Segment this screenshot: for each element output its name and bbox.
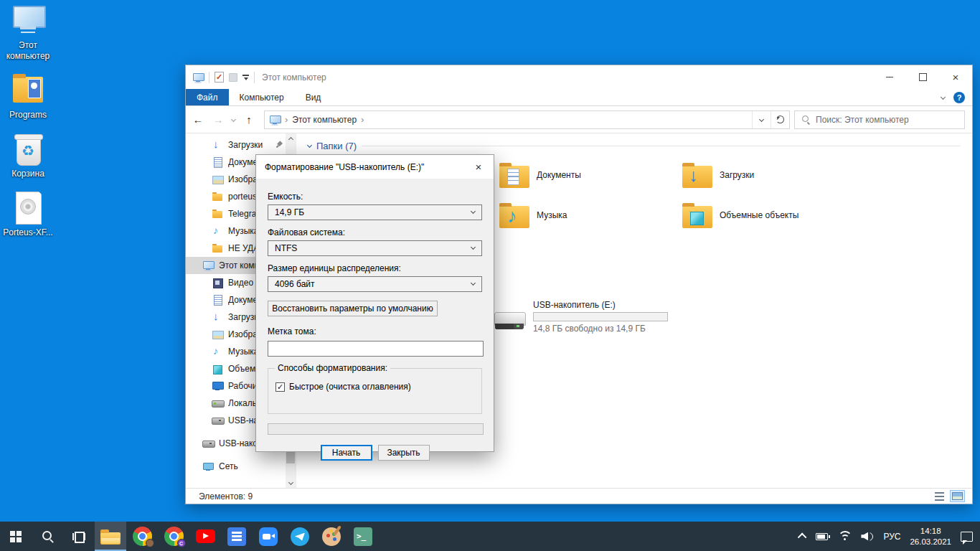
tab-компьютер[interactable]: Компьютер (229, 89, 295, 105)
maximize-button[interactable] (906, 65, 939, 89)
format-options-legend: Способы форматирования: (275, 363, 390, 373)
large-icons-view-icon (952, 492, 963, 500)
scroll-up-icon[interactable] (286, 133, 296, 145)
taskbar-paint-button[interactable] (316, 522, 347, 551)
task-view-icon (72, 532, 85, 542)
folder-icon (682, 202, 712, 228)
tray-clock[interactable]: 14:18 26.03.2021 (910, 526, 951, 547)
desktop-icon-folder[interactable]: Programs (0, 74, 56, 121)
dialog-close-button[interactable]: × (463, 155, 494, 179)
music-overlay-icon (507, 205, 517, 227)
file-system-label: Файловая система: (268, 227, 482, 237)
tree-item-label: Музыка (228, 226, 258, 236)
folder-tile[interactable]: Документы (499, 156, 679, 194)
computer-icon (11, 4, 45, 37)
format-progress-bar (268, 423, 484, 435)
folder-tile-label: Объемные объекты (720, 210, 798, 220)
taskbar-file-explorer-button[interactable] (95, 522, 126, 551)
folder-tile[interactable]: Загрузки (682, 156, 862, 194)
profile-avatar-badge (146, 539, 154, 547)
properties-icon[interactable] (215, 72, 224, 83)
tree-item-downloads[interactable]: Загрузки (186, 136, 286, 154)
tray-wifi-icon[interactable] (837, 531, 852, 542)
quick-format-label: Быстрое (очистка оглавления) (289, 382, 411, 392)
taskbar-terminal-button[interactable] (347, 522, 379, 551)
usb-capacity-bar (533, 312, 668, 321)
quick-format-option[interactable]: ✓ Быстрое (очистка оглавления) (275, 382, 474, 392)
large-icons-view-button[interactable] (950, 490, 965, 502)
volume-label-label: Метка тома: (268, 326, 482, 336)
back-button[interactable]: ← (190, 113, 206, 126)
volume-label-input[interactable] (268, 341, 484, 357)
recycle-symbol-icon: ♻ (17, 137, 39, 164)
restore-defaults-button[interactable]: Восстановить параметры по умолчанию (268, 301, 438, 316)
desktop-icon-label: Porteus-XF... (3, 227, 52, 238)
start-button[interactable]: Начать (321, 445, 372, 461)
format-options-group: Способы форматирования: ✓ Быстрое (очист… (268, 368, 482, 414)
capacity-select[interactable]: 14,9 ГБ (268, 204, 482, 220)
taskbar-chrome-profile-1-button[interactable] (126, 522, 158, 551)
search-icon (801, 115, 811, 124)
youtube-icon (196, 529, 215, 543)
start-icon (10, 531, 22, 542)
usb-drive-icon (494, 312, 524, 331)
taskbar-notes-button[interactable] (221, 522, 253, 551)
recycle-icon: ♻ (11, 133, 45, 166)
chevron-down-icon (471, 245, 476, 250)
language-indicator[interactable]: РУС (883, 532, 900, 542)
usb-drive-item[interactable]: USB-накопитель (E:) 14,8 ГБ свободно из … (494, 300, 710, 334)
notes-icon (227, 527, 246, 546)
desktop-icon-recycle[interactable]: ♻Корзина (0, 133, 56, 179)
downloads-icon (212, 311, 223, 323)
new-folder-icon[interactable] (229, 73, 237, 82)
cube-overlay-icon (690, 212, 704, 225)
address-bar[interactable]: › Этот компьютер › (264, 110, 790, 129)
ribbon-tabs: ФайлКомпьютерВид ? (186, 89, 972, 106)
desktop-icon-disc[interactable]: Porteus-XF... (0, 192, 56, 238)
tray-chevron-icon[interactable] (798, 533, 807, 542)
taskbar-task-view-button[interactable] (63, 522, 95, 551)
this-pc-icon (269, 114, 281, 126)
folder-tile[interactable]: Объемные объекты (682, 197, 862, 234)
taskbar-zoom-button[interactable] (253, 522, 284, 551)
taskbar: C 14:18 26.03.2021 РУС (0, 522, 980, 551)
tray-battery-icon[interactable] (816, 533, 828, 540)
explorer-titlebar: Этот компьютер × (186, 65, 972, 89)
folders-group-header[interactable]: Папки (7) (308, 141, 961, 151)
collapse-ribbon-chevron-icon[interactable] (941, 95, 946, 100)
status-bar: Элементов: 9 (186, 488, 972, 504)
taskbar-youtube-button[interactable] (189, 522, 221, 551)
refresh-button[interactable] (771, 111, 789, 128)
breadcrumb[interactable]: Этот компьютер (292, 115, 357, 125)
help-button[interactable]: ? (953, 92, 965, 103)
minimize-button[interactable] (873, 65, 906, 89)
dialog-title: Форматирование "USB-накопитель (E:)" (265, 162, 424, 172)
allocation-unit-select[interactable]: 4096 байт (268, 276, 482, 292)
details-view-icon (935, 492, 944, 501)
taskbar-chrome-profile-2-button[interactable]: C (158, 522, 189, 551)
document-icon (212, 156, 223, 168)
scroll-down-icon[interactable] (286, 476, 296, 488)
action-center-icon[interactable] (961, 532, 973, 542)
recent-locations-chevron-icon[interactable] (231, 117, 236, 122)
address-dropdown-button[interactable] (752, 111, 771, 128)
tree-item-label: Сеть (219, 461, 238, 471)
qat-customize-button[interactable] (242, 75, 249, 80)
close-dialog-button[interactable]: Закрыть (378, 445, 430, 461)
forward-button[interactable]: → (210, 113, 226, 126)
search-input[interactable]: Поиск: Этот компьютер (794, 110, 965, 129)
terminal-icon (354, 527, 372, 546)
desktop-icon-computer[interactable]: Этот компьютер (0, 4, 56, 62)
details-view-button[interactable] (932, 490, 947, 502)
file-system-select[interactable]: NTFS (268, 240, 482, 256)
folder-tile[interactable]: Музыка (499, 197, 679, 234)
taskbar-start-button[interactable] (0, 522, 32, 551)
tab-вид[interactable]: Вид (295, 89, 332, 105)
taskbar-telegram-button[interactable] (284, 522, 316, 551)
tray-volume-icon[interactable] (861, 532, 874, 541)
taskbar-search-button[interactable] (32, 522, 63, 551)
close-button[interactable]: × (939, 65, 972, 89)
quick-format-checkbox[interactable]: ✓ (275, 382, 285, 392)
up-button[interactable]: ↑ (241, 113, 257, 126)
tab-файл[interactable]: Файл (186, 89, 229, 105)
